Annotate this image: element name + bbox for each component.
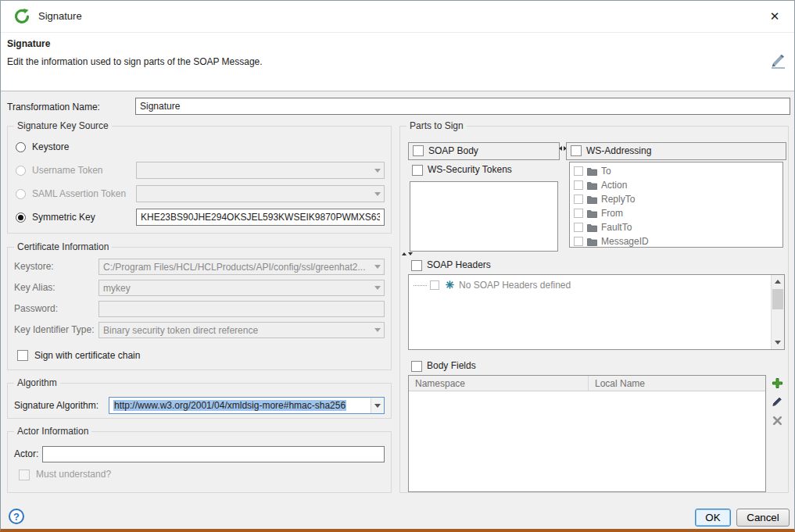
folder-icon — [587, 167, 597, 176]
signature-algorithm-value: http://www.w3.org/2001/04/xmldsig-more#h… — [113, 400, 346, 411]
sign-certificate-chain-label: Sign with certificate chain — [34, 350, 140, 362]
algorithm-group: Algorithm Signature Algorithm: http://ww… — [7, 383, 392, 419]
username-token-radio[interactable] — [16, 166, 26, 176]
folder-icon — [587, 237, 597, 246]
username-token-radio-label: Username Token — [32, 165, 103, 177]
ws-addressing-item-messageid[interactable]: MessageID — [570, 234, 782, 248]
key-identifier-type-combo[interactable]: Binary security token direct reference — [98, 322, 385, 338]
signature-algorithm-combo[interactable]: http://www.w3.org/2001/04/xmldsig-more#h… — [109, 397, 385, 414]
ws-addressing-item-action[interactable]: Action — [570, 178, 782, 192]
username-token-combo[interactable] — [136, 162, 385, 179]
ws-addressing-item-to[interactable]: To — [570, 164, 782, 178]
item-label: ReplyTo — [601, 194, 635, 205]
body-fields-table[interactable]: Namespace Local Name — [408, 375, 766, 492]
certificate-information-title: Certificate Information — [14, 241, 112, 252]
ws-addressing-label: WS-Addressing — [586, 145, 651, 157]
soap-headers-checkbox[interactable] — [411, 260, 422, 271]
combo-arrow-icon — [371, 162, 384, 178]
soap-headers-label: SOAP Headers — [427, 259, 491, 271]
saml-assertion-radio-label: SAML Assertion Token — [32, 188, 126, 200]
ws-security-tokens-label: WS-Security Tokens — [428, 164, 512, 176]
ws-addressing-item-faultto[interactable]: FaultTo — [570, 220, 782, 234]
certificate-information-group: Certificate Information Keystore: C:/Pro… — [7, 247, 392, 370]
transformation-name-input[interactable] — [135, 98, 790, 115]
keystore-radio[interactable] — [16, 142, 26, 152]
dialog-header: Signature Edit the information used to s… — [1, 33, 794, 91]
combo-arrow-icon — [371, 259, 384, 274]
symmetric-key-radio[interactable] — [16, 212, 26, 223]
keystore-label: Keystore: — [14, 261, 54, 273]
column-header-local-name: Local Name — [589, 376, 765, 391]
item-label: Action — [601, 180, 627, 191]
must-understand-checkbox[interactable] — [19, 470, 30, 480]
transformation-name-label: Transformation Name: — [7, 102, 100, 113]
password-input[interactable] — [98, 301, 385, 317]
item-label: To — [601, 166, 611, 177]
item-checkbox[interactable] — [574, 209, 583, 218]
soap-headers-splitter-handle[interactable] — [402, 252, 413, 255]
body-fields-checkbox[interactable] — [411, 361, 422, 372]
window-title: Signature — [38, 10, 82, 22]
combo-arrow-icon — [371, 398, 384, 413]
item-checkbox[interactable] — [574, 195, 583, 204]
body-fields-table-header: Namespace Local Name — [409, 376, 765, 391]
key-alias-label: Key Alias: — [14, 282, 56, 294]
must-understand-label: Must understand? — [36, 469, 111, 480]
titlebar: Signature ✕ — [1, 1, 794, 33]
soap-headers-tree[interactable]: No SOAP Headers defined — [408, 274, 785, 350]
delete-body-field-button[interactable] — [771, 414, 783, 427]
scrollbar-thumb[interactable] — [772, 289, 783, 309]
delete-x-icon — [772, 416, 782, 426]
cancel-button[interactable]: Cancel — [736, 509, 790, 527]
symmetric-key-input[interactable] — [136, 209, 385, 226]
parts-to-sign-group: Parts to Sign SOAP Body WS-Security Toke… — [399, 126, 789, 493]
signature-key-source-group: Signature Key Source Keystore Username T… — [7, 126, 392, 234]
pencil-icon — [772, 396, 782, 407]
close-button[interactable]: ✕ — [765, 7, 785, 26]
help-icon: ? — [13, 511, 20, 523]
signature-algorithm-label: Signature Algorithm: — [14, 400, 98, 412]
parts-to-sign-title: Parts to Sign — [406, 120, 467, 131]
body-fields-label: Body Fields — [427, 360, 476, 372]
soap-body-label: SOAP Body — [428, 145, 478, 157]
ws-security-tokens-list[interactable] — [410, 181, 558, 252]
item-checkbox[interactable] — [574, 166, 583, 176]
header-node-icon — [446, 280, 454, 291]
key-alias-combo[interactable]: mykey — [98, 280, 385, 296]
keystore-combo[interactable]: C:/Program Files/HCL/HCLProducts/API/con… — [98, 259, 385, 275]
soap-headers-scrollbar[interactable] — [771, 275, 784, 349]
ws-addressing-checkbox[interactable] — [571, 145, 582, 156]
app-icon — [13, 8, 30, 25]
folder-icon — [587, 181, 597, 190]
combo-arrow-icon — [371, 280, 384, 295]
item-checkbox[interactable] — [574, 180, 583, 190]
scroll-down-icon[interactable] — [772, 336, 784, 349]
item-label: MessageID — [601, 236, 649, 247]
scroll-up-icon[interactable] — [772, 275, 784, 288]
ok-button[interactable]: OK — [695, 509, 731, 527]
no-headers-checkbox[interactable] — [430, 280, 439, 290]
signature-pen-icon — [769, 53, 786, 71]
sign-certificate-chain-checkbox[interactable] — [17, 350, 28, 361]
add-body-field-button[interactable] — [771, 377, 783, 389]
close-icon: ✕ — [770, 9, 780, 23]
item-label: From — [601, 208, 623, 219]
actor-label: Actor: — [14, 448, 38, 460]
ws-security-tokens-checkbox[interactable] — [412, 165, 423, 176]
saml-assertion-radio[interactable] — [16, 189, 26, 199]
folder-icon — [587, 223, 597, 232]
ws-addressing-list[interactable]: To Action ReplyTo From FaultTo — [569, 162, 783, 248]
help-button[interactable]: ? — [9, 509, 24, 524]
ws-addressing-header: WS-Addressing — [566, 142, 786, 160]
ws-addressing-item-replyto[interactable]: ReplyTo — [570, 192, 782, 206]
ws-addressing-item-from[interactable]: From — [570, 206, 782, 220]
actor-input[interactable] — [42, 446, 385, 462]
edit-body-field-button[interactable] — [771, 395, 783, 408]
soap-body-checkbox[interactable] — [413, 145, 424, 156]
combo-arrow-icon — [371, 186, 384, 202]
saml-assertion-combo[interactable] — [136, 185, 385, 202]
item-checkbox[interactable] — [574, 223, 583, 232]
item-checkbox[interactable] — [574, 237, 583, 246]
combo-arrow-icon — [371, 323, 384, 337]
header-description: Edit the information used to sign parts … — [7, 56, 263, 67]
